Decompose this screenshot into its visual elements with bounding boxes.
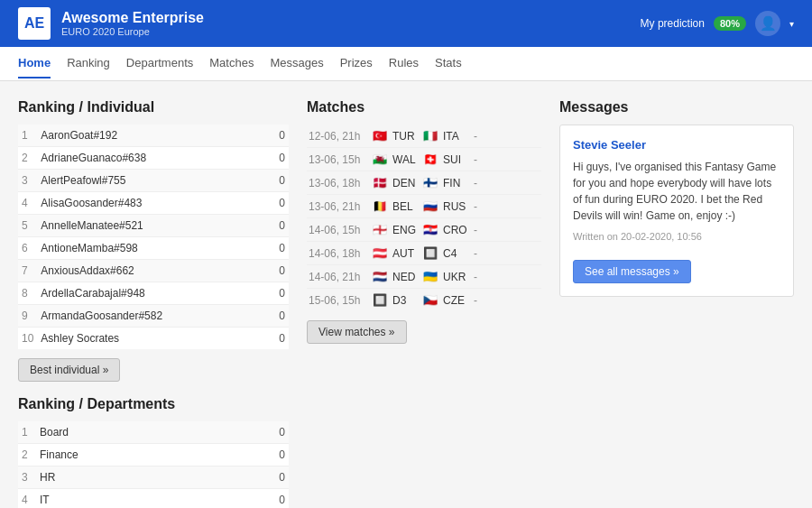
match-team2-flag: 🇷🇺 — [423, 199, 438, 213]
match-team2-name: RUS — [443, 200, 468, 213]
match-date: 14-06, 15h — [309, 224, 367, 236]
table-row: 10 Ashley Socrates 0 — [18, 328, 289, 350]
rank-cell: 2 — [18, 147, 37, 170]
table-row: 2 AdrianeGuanaco#638 0 — [18, 147, 289, 170]
messages-title: Messages — [559, 99, 794, 115]
match-team1-flag: 🇧🇪 — [373, 199, 387, 213]
score-cell: 0 — [271, 237, 289, 260]
score-cell: 0 — [271, 444, 289, 466]
match-team1-name: ENG — [392, 224, 418, 236]
nav-rules[interactable]: Rules — [389, 49, 419, 79]
score-cell: 0 — [271, 260, 289, 282]
score-cell: 0 — [271, 170, 289, 192]
match-team1-name: D3 — [392, 294, 418, 307]
rank-cell: 3 — [18, 170, 37, 192]
header-left: AE Awesome Enterprise EURO 2020 Europe — [18, 7, 204, 40]
match-date: 13-06, 18h — [309, 177, 367, 189]
right-column: Messages Stevie Seeler Hi guys, I've org… — [559, 99, 794, 508]
rank-cell: 10 — [18, 328, 37, 350]
score-cell: 0 — [271, 125, 289, 147]
user-menu-chevron[interactable]: ▾ — [789, 19, 794, 29]
match-date: 12-06, 21h — [309, 130, 367, 143]
match-date: 13-06, 15h — [309, 153, 367, 166]
ranking-individual-table: 1 AaronGoat#192 0 2 AdrianeGuanaco#638 0… — [18, 125, 289, 349]
match-score: - — [474, 153, 477, 166]
user-avatar-button[interactable]: 👤 — [755, 11, 780, 36]
match-team1-flag: 🇦🇹 — [373, 246, 387, 260]
prediction-label: My prediction — [641, 17, 705, 30]
table-row: 2 Finance 0 — [18, 444, 289, 466]
match-team2-flag: 🇭🇷 — [423, 223, 438, 236]
match-team1-flag: 🇹🇷 — [373, 129, 387, 143]
table-row: 6 AntioneMamba#598 0 — [18, 237, 289, 260]
match-score: - — [474, 200, 477, 213]
message-author[interactable]: Stevie Seeler — [573, 138, 780, 152]
match-row: 13-06, 21h 🇧🇪 BEL 🇷🇺 RUS - — [307, 195, 541, 218]
match-team1-flag: 🇳🇱 — [373, 270, 387, 283]
see-all-messages-button[interactable]: See all messages » — [573, 260, 691, 283]
nav-bar: Home Ranking Departments Matches Message… — [0, 47, 812, 81]
match-row: 15-06, 15h 🔲 D3 🇨🇿 CZE - — [307, 289, 541, 311]
table-row: 8 ArdellaCarabajal#948 0 — [18, 282, 289, 305]
header-subtitle: EURO 2020 Europe — [61, 26, 204, 37]
table-row: 9 ArmandaGoosander#582 0 — [18, 305, 289, 328]
main-content: Ranking / Individual 1 AaronGoat#192 0 2… — [0, 81, 812, 508]
match-team2-flag: 🇨🇿 — [423, 293, 438, 307]
name-cell: AdrianeGuanaco#638 — [37, 147, 271, 170]
match-team2-flag: 🔲 — [423, 246, 438, 260]
nav-prizes[interactable]: Prizes — [340, 49, 373, 79]
name-cell: AlisaGoosander#483 — [37, 192, 271, 215]
nav-matches[interactable]: Matches — [209, 49, 254, 79]
match-row: 14-06, 15h 🏴󠁧󠁢󠁥󠁮󠁧󠁿 ENG 🇭🇷 CRO - — [307, 218, 541, 242]
match-team2-name: C4 — [443, 247, 468, 260]
score-cell: 0 — [271, 192, 289, 215]
name-cell: Ashley Socrates — [37, 328, 271, 350]
match-score: - — [474, 294, 477, 307]
rank-cell: 2 — [18, 444, 36, 466]
match-team2-name: UKR — [443, 271, 468, 283]
nav-messages[interactable]: Messages — [270, 49, 323, 79]
match-team2-name: FIN — [443, 177, 468, 189]
match-score: - — [474, 247, 477, 260]
match-team1-flag: 🏴󠁧󠁢󠁷󠁬󠁳󠁿 — [373, 152, 387, 166]
message-date: Written on 20-02-2020, 10:56 — [573, 231, 780, 242]
table-row: 3 HR 0 — [18, 466, 289, 489]
match-team2-name: CZE — [443, 294, 468, 307]
rank-cell: 9 — [18, 305, 37, 328]
match-team2-name: ITA — [443, 130, 468, 143]
ranking-individual-title: Ranking / Individual — [18, 99, 289, 115]
header-title: Awesome Enterprise — [61, 10, 204, 26]
match-team2-flag: 🇮🇹 — [423, 129, 438, 143]
nav-ranking[interactable]: Ranking — [67, 49, 110, 79]
name-cell: Finance — [36, 444, 271, 466]
match-team2-flag: 🇺🇦 — [423, 270, 438, 283]
matches-title: Matches — [307, 99, 541, 115]
left-column: Ranking / Individual 1 AaronGoat#192 0 2… — [18, 99, 289, 508]
nav-stats[interactable]: Stats — [435, 49, 462, 79]
rank-cell: 4 — [18, 489, 36, 509]
match-list: 12-06, 21h 🇹🇷 TUR 🇮🇹 ITA - 13-06, 15h 🏴󠁧… — [307, 125, 541, 311]
name-cell: AnnelleManatee#521 — [37, 215, 271, 237]
match-team1-flag: 🔲 — [373, 293, 387, 307]
match-score: - — [474, 177, 477, 189]
rank-cell: 1 — [18, 125, 37, 147]
name-cell: ArdellaCarabajal#948 — [37, 282, 271, 305]
best-individual-button[interactable]: Best individual » — [18, 358, 120, 382]
view-matches-button[interactable]: View matches » — [307, 320, 407, 344]
name-cell: AntioneMamba#598 — [37, 237, 271, 260]
match-team2-name: SUI — [443, 153, 468, 166]
match-team1-name: AUT — [392, 247, 418, 260]
name-cell: IT — [36, 489, 271, 509]
ranking-departments-title: Ranking / Departments — [18, 396, 289, 412]
nav-home[interactable]: Home — [18, 49, 51, 79]
header-brand: Awesome Enterprise EURO 2020 Europe — [61, 10, 204, 37]
match-date: 14-06, 18h — [309, 247, 367, 260]
ranking-departments-table: 1 Board 0 2 Finance 0 3 HR 0 4 IT 0 5 Ma… — [18, 421, 289, 508]
nav-departments[interactable]: Departments — [126, 49, 193, 79]
name-cell: ArmandaGoosander#582 — [37, 305, 271, 328]
table-row: 7 AnxiousAddax#662 0 — [18, 260, 289, 282]
score-cell: 0 — [271, 147, 289, 170]
table-row: 1 Board 0 — [18, 421, 289, 444]
name-cell: AlertPeafowl#755 — [37, 170, 271, 192]
table-row: 4 AlisaGoosander#483 0 — [18, 192, 289, 215]
